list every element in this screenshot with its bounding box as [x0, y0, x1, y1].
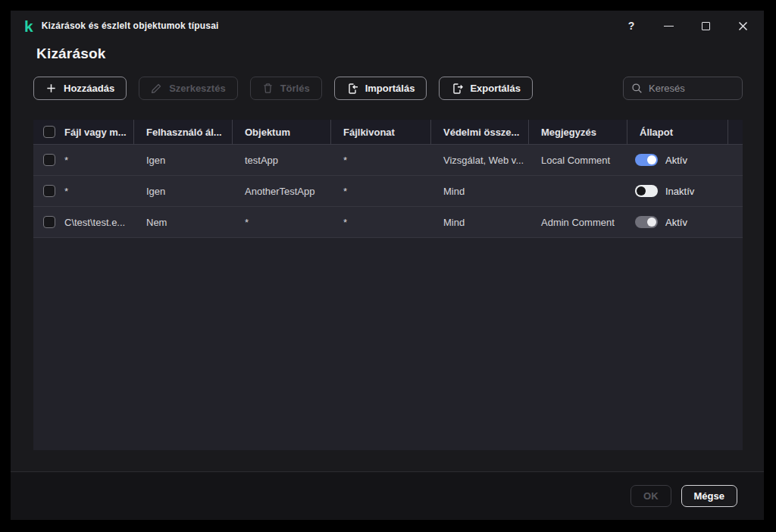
- table-row[interactable]: * Igen AnotherTestApp * Mind Inaktív: [33, 176, 743, 207]
- search-icon: [631, 83, 643, 94]
- add-button-label: Hozzáadás: [64, 83, 114, 94]
- plus-icon: [45, 83, 57, 94]
- cell-status: Aktív: [627, 216, 728, 228]
- titlebar: k Kizárások és észlelt objektumok típusa…: [11, 11, 764, 41]
- page-title: Kizárások: [36, 45, 106, 62]
- cell-object: testApp: [233, 155, 331, 166]
- header-protection-scope: Védelmi össze...: [431, 120, 529, 144]
- status-label: Inaktív: [665, 186, 694, 197]
- edit-button-label: Szerkesztés: [169, 83, 225, 94]
- status-toggle: [635, 216, 658, 228]
- trash-icon: [262, 83, 274, 94]
- cell-file-or-folder: *: [33, 185, 134, 197]
- header-file-hash: Fájlkivonat: [331, 120, 431, 144]
- cell-protection-scope: Vizsgálat, Web v...: [431, 155, 529, 166]
- maximize-icon: [702, 22, 710, 30]
- cell-user: Nem: [134, 217, 233, 228]
- table-row[interactable]: * Igen testApp * Vizsgálat, Web v... Loc…: [33, 145, 743, 176]
- status-label: Aktív: [665, 217, 687, 228]
- header-status: Állapot: [627, 120, 728, 144]
- cell-status: Aktív: [627, 154, 728, 166]
- toggle-knob: [637, 186, 646, 196]
- header-comment: Megjegyzés: [529, 120, 627, 144]
- app-window: k Kizárások és észlelt objektumok típusa…: [11, 11, 764, 520]
- import-button[interactable]: Importálás: [334, 77, 427, 100]
- cell-status: Inaktív: [627, 185, 728, 197]
- kaspersky-logo-icon: k: [24, 18, 33, 34]
- cell-comment: Admin Comment: [529, 217, 627, 228]
- row-checkbox[interactable]: [43, 216, 55, 228]
- cell-user: Igen: [134, 186, 233, 197]
- header-label: Fájl vagy m...: [64, 127, 127, 138]
- status-toggle[interactable]: [635, 185, 658, 197]
- exclusions-table: Fájl vagy m... Felhasználó ál... Objektu…: [33, 120, 743, 450]
- cell-protection-scope: Mind: [431, 186, 529, 197]
- header-file-or-folder: Fájl vagy m...: [33, 120, 134, 144]
- footer: OK Mégse: [11, 471, 764, 520]
- status-toggle[interactable]: [635, 154, 658, 166]
- window-title: Kizárások és észlelt objektumok típusai: [42, 20, 219, 31]
- cell-object: *: [233, 217, 331, 228]
- cell-file-hash: *: [331, 217, 431, 228]
- export-button[interactable]: Exportálás: [439, 77, 532, 100]
- ok-button: OK: [630, 485, 671, 507]
- toolbar: Hozzáadás Szerkesztés Törlés Importálás …: [33, 77, 743, 100]
- select-all-checkbox[interactable]: [43, 126, 55, 138]
- cancel-button[interactable]: Mégse: [681, 485, 737, 507]
- import-button-label: Importálás: [365, 83, 415, 94]
- delete-button-label: Törlés: [280, 83, 310, 94]
- close-icon: [738, 21, 748, 31]
- header-object: Objektum: [233, 120, 331, 144]
- table-header-row: Fájl vagy m... Felhasználó ál... Objektu…: [33, 120, 743, 145]
- minimize-button[interactable]: [662, 20, 674, 32]
- table-empty-area: [33, 238, 743, 450]
- cell-file-hash: *: [331, 155, 431, 166]
- minimize-icon: [664, 26, 674, 27]
- edit-button: Szerkesztés: [139, 77, 237, 100]
- cell-object: AnotherTestApp: [233, 186, 331, 197]
- table-row[interactable]: C\test\test.e... Nem * * Mind Admin Comm…: [33, 207, 743, 238]
- toggle-knob: [647, 217, 656, 227]
- search-box: [623, 77, 743, 100]
- export-button-label: Exportálás: [470, 83, 520, 94]
- cell-text: C\test\test.e...: [64, 217, 125, 228]
- delete-button: Törlés: [250, 77, 322, 100]
- pencil-icon: [151, 83, 162, 94]
- search-input[interactable]: [649, 83, 734, 94]
- row-checkbox[interactable]: [43, 154, 55, 166]
- cell-file-or-folder: C\test\test.e...: [33, 216, 134, 228]
- cell-file-hash: *: [331, 186, 431, 197]
- close-button[interactable]: [737, 20, 749, 32]
- window-controls: ?: [625, 20, 749, 32]
- maximize-button[interactable]: [699, 20, 712, 32]
- header-user: Felhasználó ál...: [134, 120, 233, 144]
- import-icon: [346, 83, 358, 95]
- cell-protection-scope: Mind: [431, 217, 529, 228]
- help-button[interactable]: ?: [625, 20, 637, 32]
- status-label: Aktív: [665, 155, 687, 166]
- cell-user: Igen: [134, 155, 233, 166]
- header-spacer: [728, 120, 743, 144]
- row-checkbox[interactable]: [43, 185, 55, 197]
- cell-text: *: [64, 155, 68, 166]
- cell-comment: Local Comment: [529, 155, 627, 166]
- cell-text: *: [64, 186, 68, 197]
- cell-file-or-folder: *: [33, 154, 134, 166]
- add-button[interactable]: Hozzáadás: [33, 77, 127, 100]
- toggle-knob: [647, 155, 656, 164]
- export-icon: [451, 83, 463, 95]
